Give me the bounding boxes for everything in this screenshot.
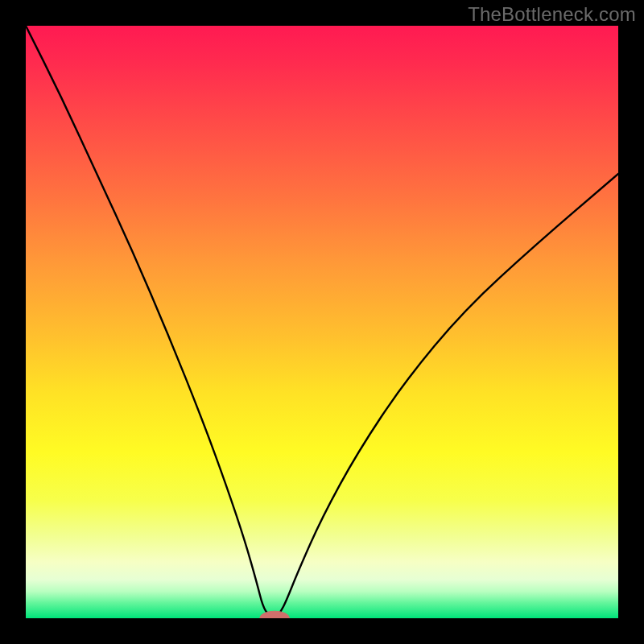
chart-frame: TheBottleneck.com xyxy=(0,0,644,644)
chart-svg xyxy=(26,26,618,618)
gradient-background xyxy=(26,26,618,618)
watermark-text: TheBottleneck.com xyxy=(468,3,636,26)
plot-area xyxy=(26,26,618,618)
